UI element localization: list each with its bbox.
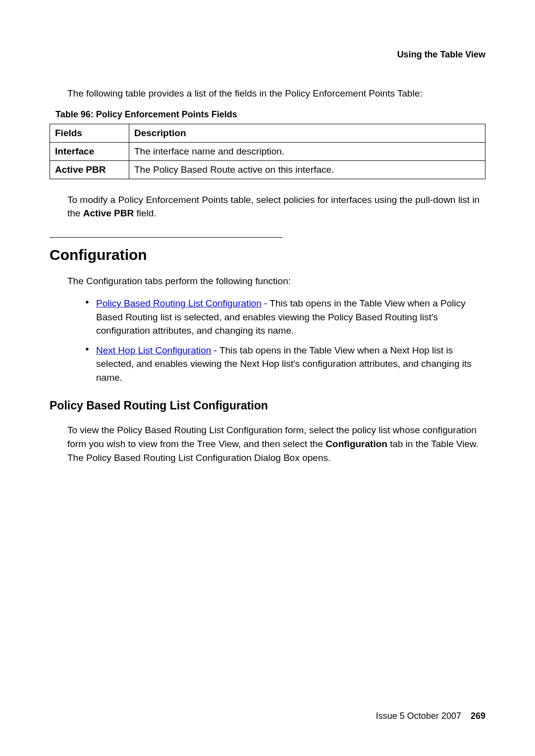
table-cell-field: Interface bbox=[50, 142, 129, 160]
section-divider bbox=[50, 237, 282, 238]
table-row: Interface The interface name and descrip… bbox=[50, 142, 485, 160]
configuration-heading: Configuration bbox=[50, 247, 485, 263]
table-header-fields: Fields bbox=[50, 124, 129, 142]
modify-text-after: field. bbox=[134, 208, 156, 218]
table-row: Active PBR The Policy Based Route active… bbox=[50, 160, 485, 179]
table-header-description: Description bbox=[129, 124, 485, 142]
next-hop-list-link[interactable]: Next Hop List Configuration bbox=[96, 345, 211, 355]
table-header-row: Fields Description bbox=[50, 124, 485, 142]
footer-page-number: 269 bbox=[471, 711, 485, 721]
table-cell-description: The interface name and description. bbox=[129, 142, 485, 160]
pbr-text-bold: Configuration bbox=[325, 439, 387, 449]
configuration-bullet-list: Policy Based Routing List Configuration … bbox=[85, 297, 485, 384]
modify-paragraph: To modify a Policy Enforcement Points ta… bbox=[67, 193, 485, 220]
intro-paragraph: The following table provides a list of t… bbox=[67, 87, 485, 101]
pbr-paragraph: To view the Policy Based Routing List Co… bbox=[67, 423, 485, 464]
pbr-list-config-heading: Policy Based Routing List Configuration bbox=[50, 399, 485, 412]
table-cell-field: Active PBR bbox=[50, 160, 129, 179]
table-cell-description: The Policy Based Route active on this in… bbox=[129, 160, 485, 179]
configuration-intro: The Configuration tabs perform the follo… bbox=[67, 274, 485, 288]
fields-table: Fields Description Interface The interfa… bbox=[50, 124, 485, 179]
footer-issue: Issue 5 October 2007 bbox=[376, 711, 461, 721]
running-header: Using the Table View bbox=[50, 50, 485, 60]
modify-text-bold: Active PBR bbox=[83, 208, 134, 218]
list-item: Policy Based Routing List Configuration … bbox=[85, 297, 485, 338]
table-caption: Table 96: Policy Enforcement Points Fiel… bbox=[55, 109, 485, 120]
policy-based-routing-link[interactable]: Policy Based Routing List Configuration bbox=[96, 298, 262, 308]
page-footer: Issue 5 October 2007 269 bbox=[376, 711, 485, 721]
list-item: Next Hop List Configuration - This tab o… bbox=[85, 344, 485, 385]
